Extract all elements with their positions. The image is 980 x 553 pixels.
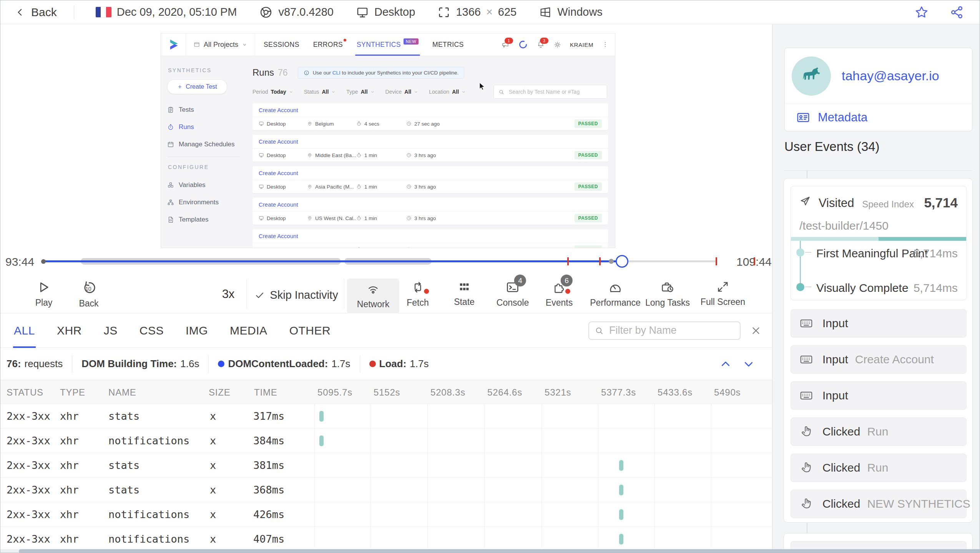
network-request-row[interactable]: 2xx-3xxxhr notificationsx 426ms	[0, 502, 772, 527]
waterfall-bar	[319, 411, 324, 422]
filter-device[interactable]: Device All	[385, 89, 419, 95]
event-card-input[interactable]: Input	[791, 381, 967, 410]
sidebar-item-environments[interactable]: Environments	[167, 194, 240, 211]
briefcase-clock-icon	[661, 280, 674, 294]
event-card-input[interactable]: Input Create Account	[791, 345, 967, 374]
tab-synthetics[interactable]: SYNTHETICS NEW	[357, 33, 419, 56]
event-card-clicked[interactable]: Clicked NEW SYNTHETICS	[791, 490, 967, 518]
playback-speed-button[interactable]: 3x	[222, 287, 235, 301]
error-event-marker[interactable]	[567, 257, 569, 265]
run-name-link[interactable]: Create Account	[252, 103, 608, 117]
back-button[interactable]: Back	[15, 6, 57, 19]
tab-js[interactable]: JS	[104, 313, 118, 348]
filter-type[interactable]: Type All	[346, 89, 374, 95]
console-panel-button[interactable]: 4 Console	[497, 280, 529, 308]
sidebar-item-templates[interactable]: Templates	[167, 211, 240, 228]
check-icon	[254, 290, 264, 300]
visited-url: /test-builder/1450	[799, 219, 889, 232]
events-group-card: Visited Speed Index 5,714 /test-builder/…	[784, 178, 973, 523]
run-name-link[interactable]: Create Account	[252, 198, 608, 212]
user-menu[interactable]: KRAIEM	[570, 41, 593, 48]
event-marker-dot[interactable]	[609, 259, 614, 264]
user-email-link[interactable]: tahay@asayer.io	[842, 68, 939, 83]
tab-metrics[interactable]: METRICS	[432, 33, 464, 56]
network-filter-tabs: ALL XHR JS CSS IMG MEDIA OTHER	[0, 313, 772, 348]
metric-timeline-line	[800, 241, 801, 287]
tab-sessions[interactable]: SESSIONS	[264, 33, 299, 56]
waterfall-bar	[619, 460, 623, 471]
test-search-input[interactable]	[508, 88, 602, 95]
tab-other[interactable]: OTHER	[289, 313, 331, 348]
event-card-clicked[interactable]: Clicked Run	[791, 417, 967, 446]
gear-icon[interactable]	[553, 41, 561, 49]
horizontal-scrollbar-thumb[interactable]	[19, 549, 980, 553]
share-icon[interactable]	[950, 5, 964, 20]
error-event-marker[interactable]	[716, 257, 717, 265]
run-name-link[interactable]: Create Account	[252, 135, 608, 149]
session-date: Dec 09, 2020, 05:10 PM	[96, 6, 237, 18]
chevron-left-icon	[15, 7, 25, 17]
tab-all[interactable]: ALL	[14, 313, 35, 348]
run-name-link[interactable]: Create Account	[252, 166, 608, 180]
event-card-clicked[interactable]: Clicked Run	[791, 454, 967, 482]
fmp-dot	[796, 248, 804, 257]
jump-next-icon[interactable]	[743, 358, 754, 370]
france-flag-icon	[96, 7, 111, 17]
network-request-row[interactable]: 2xx-3xxxhr statsx 317ms	[0, 404, 772, 429]
sidebar-item-runs[interactable]: Runs	[167, 118, 240, 136]
filter-status[interactable]: Status All	[304, 89, 336, 95]
sidebar-item-tests[interactable]: Tests	[167, 101, 240, 118]
favorite-star-icon[interactable]	[914, 5, 929, 20]
filter-period[interactable]: Period Today	[252, 89, 293, 95]
keyboard-icon	[799, 389, 813, 402]
tab-media[interactable]: MEDIA	[230, 313, 267, 348]
monitor-icon	[259, 215, 264, 221]
waterfall-bar	[619, 485, 623, 495]
metadata-button[interactable]: Metadata	[785, 104, 972, 131]
paint-progress-bar	[791, 237, 966, 241]
controls-divider	[246, 279, 247, 309]
network-request-row[interactable]: 2xx-3xxxhr statsx 368ms	[0, 478, 772, 502]
speed-index-value: 5,714	[924, 195, 958, 210]
events-panel-button[interactable]: 6 Events	[546, 280, 573, 308]
project-selector[interactable]: All Projects	[186, 33, 255, 56]
pin-icon	[307, 184, 312, 189]
network-panel-button[interactable]: Network	[347, 278, 399, 314]
filter-location[interactable]: Location All	[429, 89, 466, 95]
playhead-handle[interactable]	[616, 255, 628, 268]
back-10s-button[interactable]: 10 Back	[79, 280, 98, 309]
notifications-button[interactable]: 3	[537, 40, 545, 49]
tab-css[interactable]: CSS	[140, 313, 164, 348]
network-request-row[interactable]: 2xx-3xxxhr notificationsx 384ms	[0, 429, 772, 453]
close-panel-icon[interactable]	[751, 325, 761, 336]
performance-panel-button[interactable]: Performance	[590, 280, 641, 308]
network-request-row[interactable]: 2xx-3xxxhr statsx 381ms	[0, 453, 772, 478]
error-event-marker[interactable]	[754, 257, 755, 265]
network-requests-table: STATUS TYPE NAME SIZE TIME 5095.7s 5152s…	[0, 380, 772, 552]
play-button[interactable]: Play	[35, 280, 53, 308]
user-events-sidebar: tahay@asayer.io Metadata User Events (34…	[772, 24, 980, 553]
sidebar-item-manage-schedules[interactable]: Manage Schedules	[167, 136, 240, 153]
fetch-panel-button[interactable]: Fetch	[407, 280, 429, 308]
visited-event-card[interactable]: Visited Speed Index 5,714 /test-builder/…	[791, 186, 967, 300]
error-event-marker[interactable]	[599, 257, 601, 265]
announcements-button[interactable]: 1	[501, 40, 510, 49]
run-name-link[interactable]: Create Account	[252, 229, 608, 243]
dom-content-loaded-summary: DOMContentLoaded: 1.7s	[209, 356, 360, 373]
sidebar-item-variables[interactable]: Variables	[167, 176, 240, 194]
skip-inactivity-toggle[interactable]: Skip Inactivity	[254, 289, 338, 301]
event-card-input[interactable]: Input	[791, 309, 967, 338]
network-request-row[interactable]: 2xx-3xxxhr notificationsx 407ms	[0, 527, 772, 551]
network-filter-input[interactable]	[608, 324, 734, 337]
tab-xhr[interactable]: XHR	[57, 313, 82, 348]
cli-link[interactable]: CLI	[332, 70, 341, 76]
create-test-button[interactable]: Create Test	[167, 79, 227, 94]
tab-img[interactable]: IMG	[186, 313, 208, 348]
full-screen-button[interactable]: Full Screen	[701, 280, 745, 307]
keyboard-icon	[799, 316, 813, 330]
state-panel-button[interactable]: State	[454, 280, 475, 307]
long-tasks-panel-button[interactable]: Long Tasks	[645, 280, 690, 308]
jump-previous-icon[interactable]	[720, 358, 731, 370]
tab-errors[interactable]: ERRORS	[313, 33, 343, 56]
kebab-menu-icon[interactable]	[602, 41, 609, 48]
